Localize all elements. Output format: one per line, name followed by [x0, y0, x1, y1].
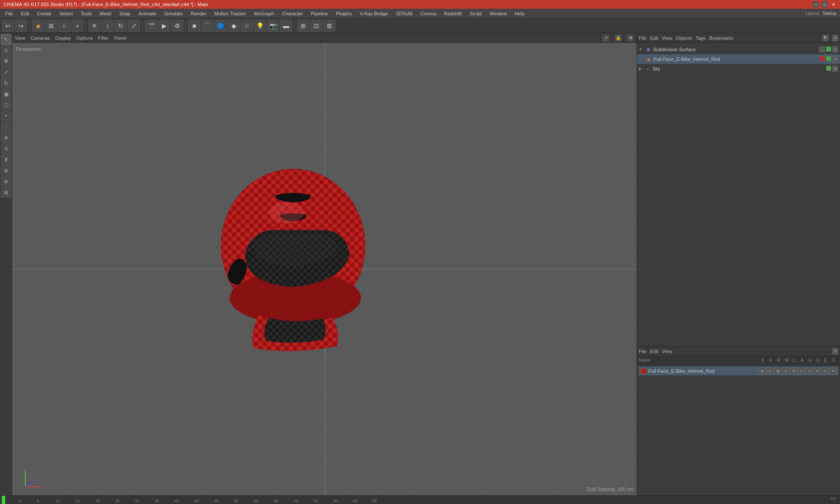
obj-lock[interactable]: ⚙	[832, 46, 838, 52]
menu-animate[interactable]: Animate	[135, 10, 160, 17]
viewport-menu-panel[interactable]: Panel	[114, 35, 126, 41]
menu-motion-tracker[interactable]: Motion Tracker	[211, 10, 250, 17]
extrude-tool[interactable]: ⬆	[1, 154, 11, 165]
om-config-button[interactable]: ⚙	[832, 35, 838, 41]
menu-3dtoall[interactable]: 3DToAll	[392, 10, 416, 17]
mat-btn-l[interactable]: ⊞	[790, 368, 797, 374]
effector-button[interactable]: ☆	[241, 20, 253, 32]
mat-btn-v[interactable]: ⊡	[766, 368, 774, 374]
menu-plugins[interactable]: Plugins	[332, 10, 355, 17]
mat-btn-e[interactable]: H	[822, 368, 829, 374]
camera-button[interactable]: 📷	[267, 20, 279, 32]
light-button[interactable]: 💡	[254, 20, 266, 32]
om-menu-edit[interactable]: Edit	[650, 35, 658, 41]
close-button[interactable]: ✕	[830, 1, 836, 7]
render-settings-button[interactable]: ⚙	[171, 20, 183, 32]
timeline-ruler[interactable]: 0 5 10 15 20 25 30 35 40 45 50 55 60 65 …	[0, 496, 840, 504]
menu-mograph[interactable]: MoGraph	[251, 10, 278, 17]
menu-mesh[interactable]: Mesh	[96, 10, 115, 17]
obj-vis-check[interactable]: ✓	[819, 46, 825, 52]
deformer-button[interactable]: ◆	[228, 20, 240, 32]
mat-btn-m[interactable]: ≡	[782, 368, 789, 374]
undo-button[interactable]: ↩	[2, 20, 14, 32]
menu-file[interactable]: File	[2, 10, 17, 17]
menu-window[interactable]: Window	[486, 10, 510, 17]
viewport-expand-button[interactable]: ↗	[602, 35, 609, 42]
mat-menu-view[interactable]: View	[662, 349, 672, 354]
sky-vis[interactable]	[826, 66, 831, 71]
redo-button[interactable]: ↪	[15, 20, 27, 32]
menu-script[interactable]: Script	[466, 10, 485, 17]
knife-tool[interactable]: ⟋	[1, 122, 11, 132]
menu-corona[interactable]: Corona	[417, 10, 440, 17]
model-mode-button[interactable]: ◈	[32, 20, 44, 32]
texture-mode-button[interactable]: ⊞	[45, 20, 57, 32]
menu-render[interactable]: Render	[187, 10, 210, 17]
maximize-button[interactable]: □	[822, 1, 828, 7]
uv-mode-button[interactable]: ○	[58, 20, 70, 32]
menu-help[interactable]: Help	[511, 10, 528, 17]
viewport-menu-display[interactable]: Display	[55, 35, 71, 41]
object-row-subdivision[interactable]: ▼ ⊞ Subdivision Surface ✓ ⚙	[637, 45, 840, 54]
loop-tool[interactable]: ⊕	[1, 133, 11, 143]
om-menu-objects[interactable]: Objects	[676, 35, 692, 41]
viewport-menu-filter[interactable]: Filter	[98, 35, 108, 41]
menu-character[interactable]: Character	[278, 10, 306, 17]
mat-btn-g[interactable]: ⊙	[806, 368, 813, 374]
object-row-sky[interactable]: ▶ ○ Sky ⚙	[637, 64, 840, 74]
paint-tool[interactable]: ⊞	[1, 187, 11, 198]
mat-menu-file[interactable]: File	[639, 349, 647, 354]
scale-button[interactable]: ⤢	[128, 20, 140, 32]
3d-viewport[interactable]: Perspective	[12, 43, 637, 495]
om-menu-view[interactable]: View	[662, 35, 672, 41]
render-view-button[interactable]: 🎬	[145, 20, 157, 32]
floor-button[interactable]: ▬	[280, 20, 292, 32]
obj-vis-dot[interactable]	[826, 46, 831, 52]
viewport-menu-view[interactable]: View	[15, 35, 25, 41]
om-search-button[interactable]: 🔍	[822, 35, 829, 41]
wireframe-button[interactable]: ⊞	[297, 20, 309, 32]
menu-pipeline[interactable]: Pipeline	[308, 10, 332, 17]
select-tool[interactable]: ↖	[1, 34, 11, 45]
bridge-tool[interactable]: S	[1, 144, 11, 154]
menu-edit[interactable]: Edit	[18, 10, 33, 17]
mat-menu-edit[interactable]: Edit	[650, 349, 658, 354]
sculpt-mode-button[interactable]: +	[71, 20, 84, 32]
poly-tool[interactable]: ▣	[1, 89, 11, 99]
helmet-tag-1[interactable]	[820, 56, 825, 61]
om-menu-file[interactable]: File	[639, 35, 647, 41]
material-row-helmet[interactable]: Full-Face_E-Bike_Helmet_Red ⊞ ⊡ ⊠ ≡ ⊞ ▷ …	[639, 367, 838, 375]
sky-lock[interactable]: ⚙	[832, 66, 838, 72]
object-row-helmet[interactable]: ◈ Full-Face_E-Bike_Helmet_Red ⚙	[637, 54, 840, 64]
menu-tools[interactable]: Tools	[77, 10, 95, 17]
rotate-button[interactable]: ↻	[115, 20, 127, 32]
mat-btn-d[interactable]: ⊛	[814, 368, 821, 374]
helmet-tag-3[interactable]: ⚙	[832, 56, 838, 62]
mat-btn-x[interactable]: ✕	[830, 368, 836, 374]
menu-snap[interactable]: Snap	[116, 10, 134, 17]
point-tool[interactable]: •	[1, 111, 11, 121]
mat-config-button[interactable]: ⚙	[832, 348, 838, 354]
mat-btn-a[interactable]: ▷	[798, 368, 805, 374]
helmet-tag-2[interactable]	[826, 56, 831, 61]
move-button[interactable]: ↕	[102, 20, 114, 32]
viewport-menu-cameras[interactable]: Cameras	[31, 35, 50, 41]
move-tool[interactable]: ✥	[1, 56, 11, 66]
paint-button[interactable]: ⊡	[310, 20, 322, 32]
live-select-tool[interactable]: ⊙	[1, 45, 11, 56]
menu-redshift[interactable]: Redshift	[441, 10, 465, 17]
edge-tool[interactable]: ⬡	[1, 100, 11, 110]
menu-create[interactable]: Create	[34, 10, 55, 17]
menu-select[interactable]: Select	[56, 10, 77, 17]
scale-tool[interactable]: ⤢	[1, 67, 11, 77]
rotate-tool[interactable]: ↻	[1, 78, 11, 88]
viewport-lock-button[interactable]: 🔒	[615, 35, 622, 42]
spline-button[interactable]: ⌒	[201, 20, 214, 32]
cube-button[interactable]: ■	[188, 20, 200, 32]
menu-vray[interactable]: V-Ray Bridge	[356, 10, 392, 17]
viewport-menu-options[interactable]: Options	[76, 35, 93, 41]
render-button[interactable]: ▶	[158, 20, 170, 32]
mat-btn-r[interactable]: ⊠	[774, 368, 781, 374]
sculpt-tool[interactable]: ⊛	[1, 176, 11, 187]
generator-button[interactable]: 🔵	[214, 20, 227, 32]
